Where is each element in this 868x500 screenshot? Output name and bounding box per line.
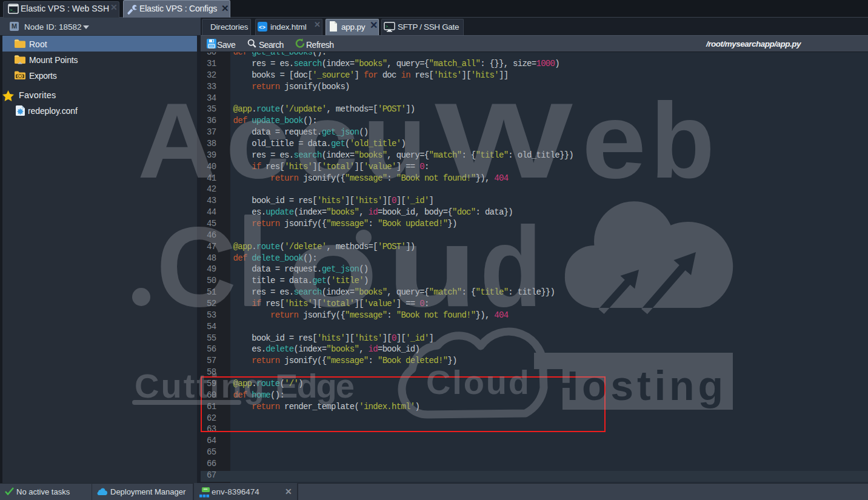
- svg-text:>_: >_: [386, 24, 391, 29]
- svg-text:<>: <>: [259, 25, 265, 31]
- svg-text:>_: >_: [10, 7, 16, 13]
